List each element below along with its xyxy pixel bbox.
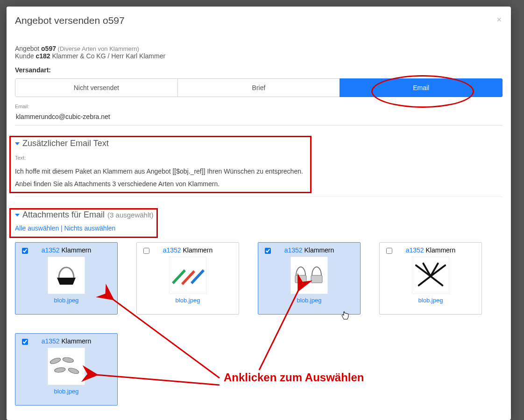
attachment-file-link[interactable]: blob.jpeg — [15, 297, 117, 304]
attachment-name: Klammern — [62, 337, 92, 345]
shipping-type-seg: Nicht versendet Brief Email — [15, 78, 503, 97]
extra-text-label: Text: — [15, 155, 503, 161]
offer-info: Angebot o597 (Diverse Arten von Klammern… — [15, 45, 503, 60]
svg-point-8 — [50, 357, 61, 365]
customer-name: Klammer & Co KG / Herr Karl Klammer — [50, 52, 166, 60]
customer-ref: c182 — [35, 52, 50, 60]
attachment-card[interactable]: a1352 Klammernblob.jpeg — [15, 333, 118, 406]
attachment-card[interactable]: a1352 Klammernblob.jpeg — [379, 242, 482, 315]
attachment-card[interactable]: a1352 Klammernblob.jpeg — [258, 242, 361, 315]
attachment-title: a1352 Klammern — [15, 246, 117, 254]
select-all-link[interactable]: Alle auswählen — [15, 224, 59, 232]
chevron-down-icon — [15, 214, 20, 217]
svg-point-10 — [54, 367, 66, 373]
svg-line-6 — [419, 276, 431, 286]
attachment-card[interactable]: a1352 Klammernblob.jpeg — [15, 242, 118, 315]
email-field-label: Email: — [15, 104, 503, 109]
svg-point-11 — [68, 367, 79, 375]
attachment-title: a1352 Klammern — [380, 246, 482, 254]
seg-letter[interactable]: Brief — [177, 78, 340, 97]
close-icon[interactable]: × — [496, 15, 502, 25]
svg-line-7 — [431, 276, 442, 286]
extra-text-heading-label: Zusätzlicher Email Text — [22, 139, 109, 148]
attachment-title: a1352 Klammern — [137, 246, 239, 254]
attachment-name: Klammern — [304, 246, 334, 254]
svg-rect-1 — [311, 275, 322, 283]
offer-desc: (Diverse Arten von Klammern) — [56, 45, 139, 52]
attachments-heading-label: Attachments für Email — [22, 210, 105, 220]
attachment-file-link[interactable]: blob.jpeg — [380, 297, 482, 304]
attachment-name: Klammern — [183, 246, 213, 254]
attachment-checkbox[interactable] — [22, 339, 28, 345]
extra-text-heading[interactable]: Zusätzlicher Email Text — [15, 139, 503, 148]
extra-text-line1: Ich hoffe mit diesem Paket an Klammern a… — [15, 165, 503, 178]
offer-prefix: Angebot — [15, 45, 41, 52]
attachment-checkbox[interactable] — [22, 248, 28, 254]
chevron-down-icon — [15, 142, 20, 145]
attachment-ref: a1352 — [42, 246, 60, 254]
attachment-file-link[interactable]: blob.jpeg — [137, 297, 239, 304]
offer-ref: o597 — [41, 45, 56, 52]
attachment-checkbox[interactable] — [386, 248, 392, 254]
attachment-ref: a1352 — [284, 246, 303, 254]
attachment-name: Klammern — [62, 246, 92, 254]
attachment-thumb — [290, 257, 328, 294]
extra-text-line2: Anbei finden Sie als Attachments 3 versc… — [15, 178, 503, 190]
attachment-card[interactable]: a1352 Klammernblob.jpeg — [136, 242, 239, 315]
seg-email[interactable]: Email — [340, 78, 503, 97]
attachments-count: (3 ausgewählt) — [107, 211, 153, 219]
extra-text-body[interactable]: Ich hoffe mit diesem Paket an Klammern a… — [15, 161, 503, 197]
attachment-file-link[interactable]: blob.jpeg — [15, 388, 117, 395]
svg-rect-0 — [295, 275, 306, 283]
attachment-file-link[interactable]: blob.jpeg — [258, 297, 360, 304]
attachments-heading[interactable]: Attachments für Email (3 ausgewählt) — [15, 210, 503, 220]
attachment-ref: a1352 — [42, 337, 60, 345]
attachment-checkbox[interactable] — [143, 248, 149, 254]
attachment-checkbox[interactable] — [265, 248, 271, 254]
attachment-ref: a1352 — [163, 246, 181, 254]
modal-dialog: Angebot versenden o597 × Angebot o597 (D… — [7, 7, 511, 420]
seg-not-sent[interactable]: Nicht versendet — [15, 78, 177, 97]
shipping-type-label: Versandart: — [15, 66, 503, 74]
customer-prefix: Kunde — [15, 52, 35, 60]
attachment-title: a1352 Klammern — [258, 246, 360, 254]
svg-point-9 — [63, 357, 74, 364]
attachment-name: Klammern — [426, 246, 456, 254]
modal-title: Angebot versenden o597 — [15, 15, 503, 26]
attachment-ref: a1352 — [406, 246, 424, 254]
attachment-thumb — [48, 348, 85, 385]
deselect-all-link[interactable]: Nichts auswählen — [64, 224, 116, 232]
attachment-thumb — [169, 257, 206, 294]
email-field[interactable] — [15, 109, 503, 126]
attachment-title: a1352 Klammern — [15, 337, 117, 345]
attachment-grid: a1352 Klammernblob.jpega1352 Klammernblo… — [15, 242, 503, 406]
cursor-icon — [341, 311, 349, 323]
attachment-thumb — [48, 257, 85, 294]
attachment-thumb — [412, 257, 449, 294]
